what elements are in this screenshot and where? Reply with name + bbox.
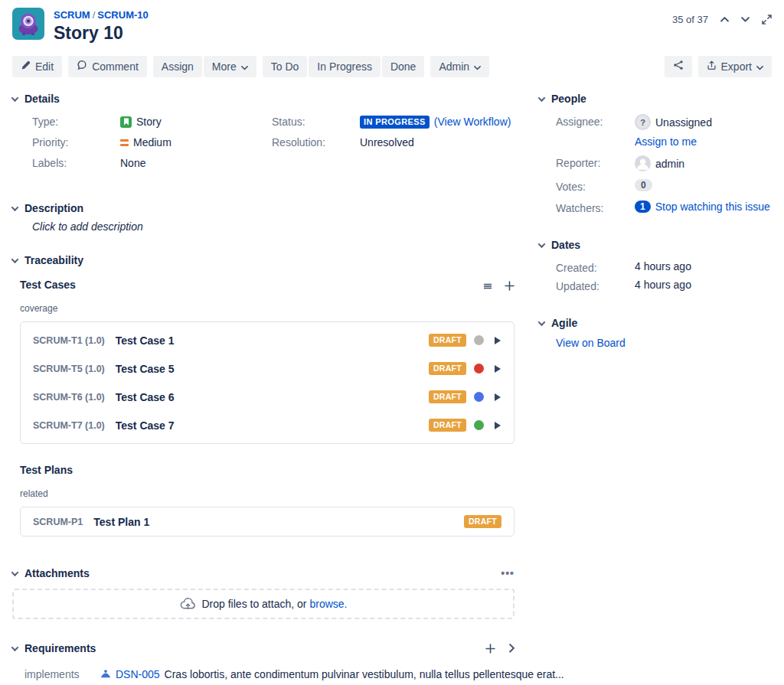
assignee-label: Assignee: xyxy=(556,114,635,128)
watchers-count-badge[interactable]: 1 xyxy=(635,201,651,213)
collapse-chevron-icon[interactable] xyxy=(11,644,19,651)
list-view-icon[interactable] xyxy=(483,282,492,290)
description-heading: Description xyxy=(24,202,83,214)
collapse-chevron-icon[interactable] xyxy=(538,318,546,326)
run-test-icon[interactable] xyxy=(494,393,501,402)
issue-page: SCRUM/SCRUM-10 Story 10 35 of 37 Edit xyxy=(0,0,784,685)
done-button-label: Done xyxy=(390,60,416,73)
breadcrumb-issue-link[interactable]: SCRUM-10 xyxy=(97,9,148,21)
chevron-right-icon[interactable] xyxy=(509,644,514,653)
test-case-key[interactable]: SCRUM-T7 (1.0) xyxy=(33,420,105,431)
expand-icon[interactable] xyxy=(762,15,772,24)
requirement-key-link[interactable]: DSN-005 xyxy=(116,668,160,680)
test-case-title[interactable]: Test Case 1 xyxy=(116,334,429,347)
collapse-chevron-icon[interactable] xyxy=(11,256,19,263)
issue-toolbar: Edit Comment Assign More To Do In Progre… xyxy=(12,56,772,77)
test-case-title[interactable]: Test Case 7 xyxy=(116,419,429,432)
project-avatar-icon[interactable] xyxy=(12,8,44,40)
pencil-icon xyxy=(21,60,31,73)
run-test-icon[interactable] xyxy=(494,364,501,373)
avatar xyxy=(635,155,651,171)
run-test-icon[interactable] xyxy=(494,336,501,345)
transition-inprogress-button[interactable]: In Progress xyxy=(309,56,381,77)
details-heading: Details xyxy=(24,93,60,105)
agile-heading: Agile xyxy=(551,317,577,329)
attachments-heading: Attachments xyxy=(24,567,90,579)
more-button-label: More xyxy=(212,60,237,73)
collapse-chevron-icon[interactable] xyxy=(11,94,19,102)
updated-label: Updated: xyxy=(556,279,635,292)
test-plans-card: SCRUM-P1 Test Plan 1 DRAFT xyxy=(20,507,514,537)
share-button[interactable] xyxy=(665,56,692,77)
created-value: 4 hours ago xyxy=(635,260,691,272)
collapse-chevron-icon[interactable] xyxy=(11,569,19,576)
view-workflow-link[interactable]: (View Workflow) xyxy=(434,116,511,128)
add-test-case-icon[interactable] xyxy=(505,281,514,291)
test-case-title[interactable]: Test Case 6 xyxy=(116,391,429,403)
comment-bubble-icon xyxy=(77,60,87,73)
test-plan-title[interactable]: Test Plan 1 xyxy=(93,516,464,528)
status-badge: DRAFT xyxy=(429,390,466,403)
export-button[interactable]: Export xyxy=(698,56,772,77)
reporter-value[interactable]: admin xyxy=(655,158,684,170)
updated-value: 4 hours ago xyxy=(635,279,691,291)
comment-button[interactable]: Comment xyxy=(68,56,147,77)
test-case-key[interactable]: SCRUM-T5 (1.0) xyxy=(33,364,105,374)
attachments-section: Attachments ••• Drop files to attach, or… xyxy=(12,567,514,619)
transition-todo-button[interactable]: To Do xyxy=(263,56,308,77)
assign-to-me-link[interactable]: Assign to me xyxy=(635,135,712,148)
export-button-label: Export xyxy=(721,60,752,73)
test-case-title[interactable]: Test Case 5 xyxy=(116,363,429,375)
next-issue-button[interactable] xyxy=(741,17,750,22)
view-on-board-link[interactable]: View on Board xyxy=(556,337,626,349)
test-case-key[interactable]: SCRUM-T1 (1.0) xyxy=(33,335,105,346)
votes-badge[interactable]: 0 xyxy=(635,179,652,191)
collapse-chevron-icon[interactable] xyxy=(538,240,546,248)
traceability-heading: Traceability xyxy=(24,254,83,266)
status-badge: DRAFT xyxy=(429,334,466,347)
breadcrumb-separator: / xyxy=(90,9,98,21)
priority-value: Medium xyxy=(133,136,172,148)
test-case-row: SCRUM-T5 (1.0) Test Case 5 DRAFT xyxy=(21,354,514,383)
votes-label: Votes: xyxy=(556,179,635,193)
previous-issue-button[interactable] xyxy=(720,17,729,22)
add-requirement-icon[interactable] xyxy=(485,644,495,654)
edit-button[interactable]: Edit xyxy=(12,56,62,77)
breadcrumb-project-link[interactable]: SCRUM xyxy=(54,9,90,21)
attachments-more-icon[interactable]: ••• xyxy=(501,567,514,579)
description-placeholder[interactable]: Click to add description xyxy=(32,220,143,233)
priority-medium-icon xyxy=(120,139,129,146)
browse-link[interactable]: browse. xyxy=(309,598,347,610)
requirements-relation-label: implements xyxy=(12,662,100,685)
resolution-value: Unresolved xyxy=(360,136,414,148)
attachment-dropzone[interactable]: Drop files to attach, or browse. xyxy=(12,589,514,619)
assign-button[interactable]: Assign xyxy=(153,56,202,77)
created-label: Created: xyxy=(556,260,635,274)
more-button[interactable]: More xyxy=(204,56,256,77)
type-label: Type: xyxy=(32,116,120,128)
story-type-icon xyxy=(120,116,132,128)
stop-watching-link[interactable]: Stop watching this issue xyxy=(655,201,770,213)
execution-status-dot xyxy=(474,335,484,345)
execution-status-dot xyxy=(474,420,484,430)
labels-label: Labels: xyxy=(32,157,120,169)
dates-section: Dates Created: 4 hours ago Updated: 4 ho… xyxy=(539,239,772,292)
people-heading: People xyxy=(551,93,586,105)
test-case-key[interactable]: SCRUM-T6 (1.0) xyxy=(33,392,105,403)
breadcrumb: SCRUM/SCRUM-10 xyxy=(54,9,149,21)
resolution-label: Resolution: xyxy=(272,136,360,148)
status-label: Status: xyxy=(272,116,360,128)
cloud-upload-icon xyxy=(180,598,196,610)
share-icon xyxy=(673,60,684,73)
description-section: Description Click to add description xyxy=(12,202,514,233)
admin-button[interactable]: Admin xyxy=(430,56,489,77)
reporter-label: Reporter: xyxy=(556,155,635,169)
transition-done-button[interactable]: Done xyxy=(382,56,424,77)
test-plans-relation-label: related xyxy=(20,488,514,499)
test-plans-heading: Test Plans xyxy=(20,464,73,476)
test-cases-heading: Test Cases xyxy=(20,279,76,291)
run-test-icon[interactable] xyxy=(494,421,501,430)
collapse-chevron-icon[interactable] xyxy=(11,204,19,211)
test-plan-key[interactable]: SCRUM-P1 xyxy=(33,517,83,527)
collapse-chevron-icon[interactable] xyxy=(538,94,546,102)
